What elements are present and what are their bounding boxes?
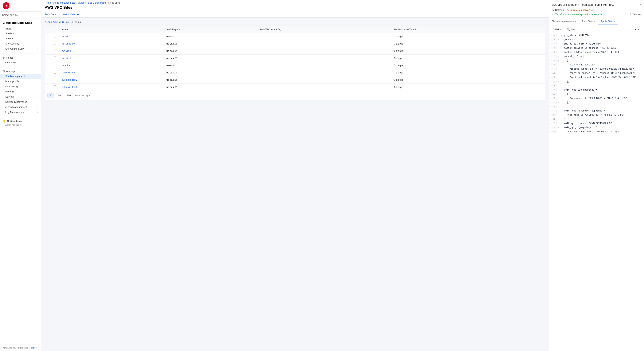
breadcrumb-cloud-edge[interactable]: Cloud and Edge Sites (53, 2, 75, 4)
sidebar-item-networking[interactable]: Networking › (0, 84, 41, 89)
line-expand-icon[interactable]: ▾ (557, 38, 560, 41)
row-name-link[interactable]: pulkit-ike-test1 (62, 71, 78, 74)
row-expand-button[interactable]: › (48, 78, 48, 81)
sidebar-section-title: Cloud and Edge Sites (0, 18, 41, 26)
hide-link[interactable]: Hide (32, 346, 37, 349)
page-size-50[interactable]: 50 (56, 93, 63, 98)
row-expand-button[interactable]: › (48, 86, 48, 88)
sidebar-item-site-management[interactable]: Site Management › (0, 74, 41, 79)
search-input[interactable] (571, 28, 634, 31)
plus-icon: ⊕ (45, 20, 47, 24)
row-name-link[interactable]: mn-vip-4 (62, 64, 71, 67)
sidebar-group-notifications-title: 🔔 Notifications (0, 118, 41, 123)
breadcrumb-site-management[interactable]: Site Management (88, 2, 106, 4)
sidebar-item-manage-k8s[interactable]: Manage K8s › (0, 79, 41, 84)
line-expand-icon[interactable]: ▾ (557, 88, 560, 91)
row-check-cell[interactable] (51, 84, 59, 91)
sidebar-item-service-discoveries[interactable]: Service Discoveries (0, 99, 41, 104)
breadcrumb-home[interactable]: Home (45, 2, 51, 4)
row-expand-cell: › (45, 47, 51, 54)
sidebar-item-alerts-management[interactable]: Alerts Management › (0, 104, 41, 110)
row-checkbox[interactable] (54, 64, 56, 66)
service-select[interactable]: Select service ▾ (0, 12, 41, 18)
panel-actions: ↻ Refresh ⚠ Terraform not planned (552, 7, 641, 12)
line-expand-icon[interactable]: ▾ (557, 92, 560, 95)
line-expand-icon[interactable]: ▾ (557, 55, 560, 58)
code-line: 23 ▾ volt_vpc_id_mappings = { (549, 126, 644, 130)
row-region-cell: us-east-2 (164, 54, 257, 62)
sidebar-item-site-list[interactable]: Site List (0, 36, 41, 41)
row-checkbox[interactable] (54, 78, 56, 81)
row-name-link[interactable]: pulkit-ike-test5 (62, 86, 78, 88)
sidebar-item-site-connectivity[interactable]: Site Connectivity › (0, 46, 41, 51)
table-wrap: Name AWS Region AWS VPC Name Tag AWS Ins… (45, 26, 545, 100)
tab-terraform-parameters[interactable]: Terraform parameters (549, 18, 579, 25)
row-expand-button[interactable]: › (48, 50, 48, 52)
row-name-link[interactable]: mn-sn-ie-gw (62, 42, 75, 45)
row-checkbox[interactable] (54, 86, 56, 88)
row-checkbox[interactable] (54, 71, 56, 74)
row-check-cell[interactable] (51, 54, 59, 62)
search-box[interactable]: 🔍 ▾ ∧ (565, 27, 641, 32)
tab-apply-status[interactable]: Apply Status (598, 18, 618, 25)
sidebar-item-log-management[interactable]: Log Management › (0, 110, 41, 115)
panel-close-button[interactable]: › (640, 3, 641, 7)
chevron-right-icon: › (38, 111, 38, 113)
row-checkbox[interactable] (54, 35, 56, 38)
line-expand-icon (557, 118, 560, 118)
format-select[interactable]: YAML ▾ (552, 27, 563, 32)
line-expand-icon[interactable]: ▾ (557, 109, 560, 112)
sidebar-item-overview[interactable]: Overview (0, 60, 41, 65)
row-check-cell[interactable] (51, 40, 59, 47)
row-check-cell[interactable] (51, 47, 59, 54)
page-size-10[interactable]: 10 (48, 93, 54, 98)
chevron-right-icon: › (38, 75, 38, 77)
row-check-cell[interactable] (51, 76, 59, 84)
tech-docs-link[interactable]: Tech Docs ↗ (45, 13, 59, 17)
watch-video-link[interactable]: Watch Video ▶ (62, 13, 79, 17)
sidebar-item-firewall[interactable]: Firewall › (0, 89, 41, 94)
row-expand-button[interactable]: › (48, 42, 48, 45)
line-content: subnet_info = [ (560, 55, 644, 58)
tab-plan-status[interactable]: Plan Status (579, 18, 598, 25)
line-expand-icon[interactable]: ▾ (557, 80, 560, 83)
line-expand-icon[interactable]: ▾ (557, 126, 560, 129)
chevron-right-icon: › (38, 80, 38, 82)
line-number: 2 (549, 38, 557, 41)
row-name-cell: pulkit-ike-test1 (59, 69, 164, 76)
sidebar-item-label: Site Connectivity (5, 47, 24, 50)
row-checkbox[interactable] (54, 42, 56, 45)
refresh-button[interactable]: ↻ Refresh (552, 8, 564, 12)
row-name-link[interactable]: mn-si (62, 35, 68, 38)
add-aws-vpc-site-button[interactable]: ⊕ Add AWS VPC Site (45, 20, 69, 24)
line-number: 13 (549, 84, 557, 87)
sidebar-item-secrets[interactable]: Secrets › (0, 94, 41, 99)
pagination-label: items per page (75, 94, 90, 97)
row-name-link[interactable]: mn-vip-1 (62, 50, 71, 52)
row-name-link[interactable]: pulkit-ike-test2 (62, 78, 78, 81)
row-checkbox[interactable] (54, 56, 56, 59)
row-name-link[interactable]: mn-vip-2 (62, 57, 71, 60)
line-content: }, (560, 101, 644, 104)
row-check-cell[interactable] (51, 62, 59, 69)
line-expand-icon[interactable]: ▾ (557, 101, 560, 104)
external-link-icon: ↗ (57, 13, 59, 16)
breadcrumb-manage[interactable]: Manage (78, 2, 86, 4)
row-checkbox[interactable] (54, 49, 56, 52)
col-check (51, 26, 59, 33)
page-size-100[interactable]: 100 (65, 93, 73, 98)
row-check-cell[interactable] (51, 69, 59, 76)
row-expand-button[interactable]: › (48, 57, 48, 60)
table-row: › pulkit-ike-test2 us-east-2 t3.xlarge (45, 76, 545, 84)
sidebar-item-site-map[interactable]: Site Map (0, 31, 41, 36)
sidebar-item-site-security[interactable]: Site Security (0, 41, 41, 46)
line-expand-icon[interactable]: ▾ (557, 59, 560, 62)
destroy-button[interactable]: 🗑 Destroy (629, 13, 641, 16)
notifications-icon: 🔔 (3, 120, 6, 122)
row-expand-button[interactable]: › (48, 35, 48, 38)
row-name-cell: pulkit-ike-test5 (59, 84, 164, 91)
row-expand-button[interactable]: › (48, 71, 48, 74)
row-expand-button[interactable]: › (48, 64, 48, 67)
row-check-cell[interactable] (51, 33, 59, 40)
code-line: 6 ▾ subnet_info = [ (549, 55, 644, 59)
